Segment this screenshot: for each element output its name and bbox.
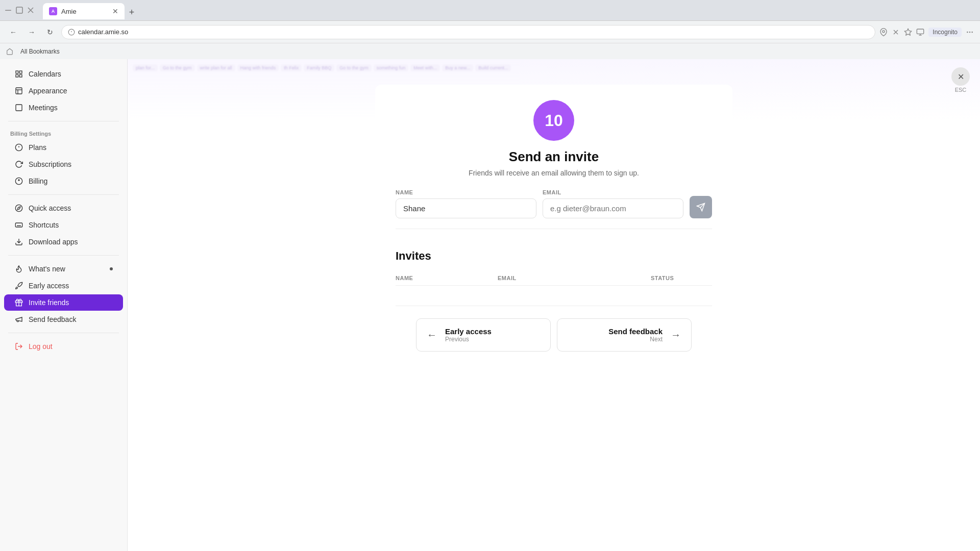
esc-label: ESC (955, 87, 967, 93)
prev-nav-card[interactable]: ← Early access Previous (416, 318, 551, 352)
name-input[interactable] (396, 198, 536, 218)
forward-button[interactable]: → (24, 25, 39, 39)
cal-chip-5: th Felix (281, 64, 302, 71)
sidebar-item-download-apps[interactable]: Download apps (4, 234, 123, 250)
address-bar[interactable]: calendar.amie.so (61, 25, 875, 39)
invite-avatar: 10 (533, 100, 574, 141)
send-invite-button[interactable] (690, 196, 712, 218)
divider-logout (8, 333, 119, 333)
cal-chip-6: Family BBQ (304, 64, 334, 71)
name-label: NAME (396, 189, 536, 195)
whats-new-label: What's new (29, 265, 65, 273)
sidebar-item-early-access[interactable]: Early access (4, 278, 123, 294)
billing-label: Billing (29, 177, 47, 185)
back-button[interactable]: ← (6, 25, 20, 39)
svg-point-14 (967, 32, 968, 32)
sidebar-item-billing[interactable]: Billing (4, 173, 123, 189)
divider-new (8, 255, 119, 256)
browser-top-bar: A Amie ✕ + (0, 0, 980, 20)
next-card-text: Send feedback Next (608, 327, 663, 343)
invites-table-header: NAME EMAIL STATUS (396, 271, 712, 286)
subscriptions-icon (14, 160, 23, 169)
sidebar-item-whats-new[interactable]: What's new (4, 261, 123, 277)
tab-favicon: A (49, 7, 57, 15)
next-card-sub: Next (608, 336, 663, 343)
logout-icon (14, 342, 23, 351)
divider-access (8, 194, 119, 195)
all-bookmarks[interactable]: All Bookmarks (17, 46, 63, 57)
next-nav-card[interactable]: Send feedback Next → (557, 318, 692, 352)
download-apps-label: Download apps (29, 238, 78, 246)
close-button[interactable] (27, 6, 35, 14)
quick-access-label: Quick access (29, 204, 71, 212)
reload-button[interactable]: ↻ (43, 25, 57, 39)
meetings-label: Meetings (29, 104, 58, 112)
close-circle-button[interactable]: ✕ (951, 67, 970, 86)
svg-rect-22 (16, 105, 22, 111)
invite-friends-label: Invite friends (29, 298, 69, 307)
plans-icon (14, 143, 23, 152)
grid-icon (14, 69, 23, 79)
invites-table: NAME EMAIL STATUS (396, 271, 712, 306)
early-access-label: Early access (29, 282, 69, 290)
logout-label: Log out (29, 342, 53, 350)
svg-marker-29 (17, 207, 20, 210)
sidebar-item-logout[interactable]: Log out (4, 338, 123, 355)
compass-icon (14, 204, 23, 213)
form-divider (396, 229, 712, 229)
col-name-header: NAME (396, 275, 498, 281)
name-form-group: NAME (396, 189, 536, 218)
cal-chip-2: Go to the gym (160, 64, 195, 71)
invites-section: Invites NAME EMAIL STATUS ← Early access… (375, 249, 732, 352)
sidebar-item-plans[interactable]: Plans (4, 139, 123, 156)
bookmarks-bar: All Bookmarks (0, 43, 980, 59)
svg-rect-15 (16, 71, 18, 73)
close-area[interactable]: ✕ ESC (951, 67, 970, 93)
new-tab-button[interactable]: + (125, 5, 139, 19)
nav-footer: ← Early access Previous Send feedback Ne… (396, 318, 712, 352)
svg-rect-19 (16, 88, 22, 94)
svg-rect-0 (5, 10, 11, 11)
sidebar-item-send-feedback[interactable]: Send feedback (4, 311, 123, 328)
url-text: calendar.amie.so (78, 28, 128, 36)
address-bar-row: ← → ↻ calendar.amie.so Incognito (0, 20, 980, 43)
col-email-header: EMAIL (498, 275, 651, 281)
sidebar-item-appearance[interactable]: Appearance (4, 83, 123, 99)
incognito-label: Incognito (928, 28, 962, 37)
send-feedback-label: Send feedback (29, 315, 76, 323)
maximize-button[interactable] (15, 6, 23, 14)
browser-chrome: A Amie ✕ + ← → ↻ calendar.amie.so Incogn… (0, 0, 980, 59)
app-container: Calendars Appearance Meetings Billing Se… (0, 59, 980, 551)
notification-dot (110, 267, 113, 270)
sidebar-item-quick-access[interactable]: Quick access (4, 200, 123, 216)
subscriptions-label: Subscriptions (29, 160, 71, 168)
appearance-label: Appearance (29, 87, 67, 95)
email-input[interactable] (543, 198, 683, 218)
prev-card-sub: Previous (445, 336, 492, 343)
sidebar-item-shortcuts[interactable]: Shortcuts (4, 217, 123, 233)
svg-point-12 (969, 32, 970, 32)
sidebar-item-invite-friends[interactable]: Invite friends (4, 294, 123, 311)
sidebar-item-calendars[interactable]: Calendars (4, 66, 123, 82)
active-tab[interactable]: A Amie ✕ (43, 3, 125, 19)
card-title: Send an invite (396, 149, 712, 165)
megaphone-icon (14, 315, 23, 324)
meetings-icon (14, 103, 23, 112)
cal-chip-9: Meet with... (410, 64, 440, 71)
rocket-icon (14, 281, 23, 290)
tab-bar: A Amie ✕ + (39, 1, 976, 19)
cal-chip-3: write plan for all (197, 64, 235, 71)
next-card-title: Send feedback (608, 327, 663, 336)
svg-marker-8 (905, 29, 912, 35)
sidebar-item-subscriptions[interactable]: Subscriptions (4, 156, 123, 172)
calendar-blur-layer: plan for... Go to the gym write plan for… (128, 59, 980, 77)
cal-chip-1: plan for... (133, 64, 158, 71)
window-controls (4, 6, 35, 14)
prev-arrow-icon: ← (427, 329, 437, 341)
tab-close-icon[interactable]: ✕ (112, 7, 118, 15)
svg-rect-17 (16, 74, 18, 77)
shortcuts-label: Shortcuts (29, 221, 59, 229)
sidebar-item-meetings[interactable]: Meetings (4, 99, 123, 116)
cal-chip-7: Go to the gym (336, 64, 372, 71)
minimize-button[interactable] (4, 6, 12, 14)
